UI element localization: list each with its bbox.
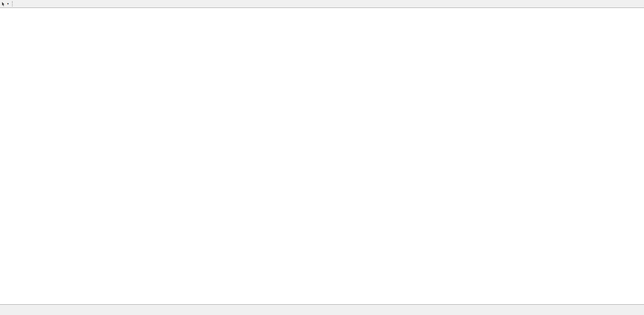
tab-scroll-buttons bbox=[634, 313, 644, 315]
tab-scroll-right-icon[interactable] bbox=[638, 313, 642, 315]
chart-canvas bbox=[0, 0, 644, 305]
tab-scroll-left-icon[interactable] bbox=[634, 313, 638, 315]
chart-tab-bar bbox=[0, 304, 644, 315]
mt4-window: ▾ bbox=[0, 0, 644, 315]
